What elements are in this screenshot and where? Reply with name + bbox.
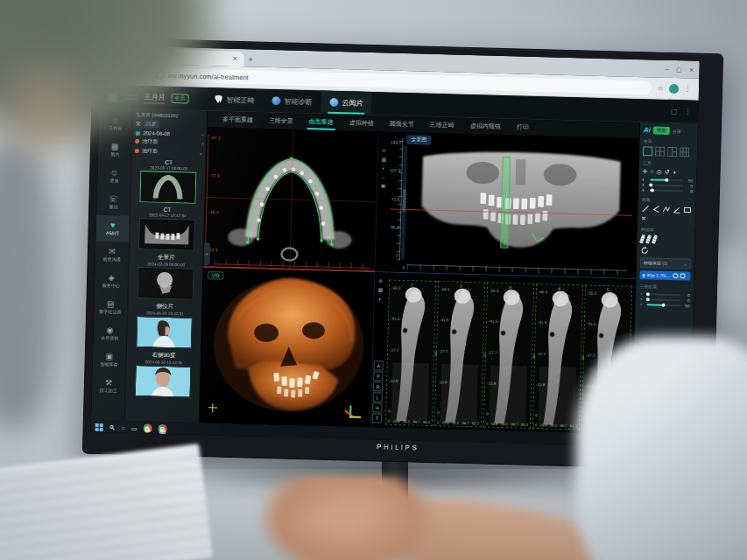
rotate-tool-icon[interactable]: ↺ bbox=[665, 169, 670, 175]
more-icon[interactable]: ⋮ bbox=[684, 108, 691, 116]
view-tab[interactable]: 虚拟内窥镜 bbox=[462, 118, 509, 135]
sidebar-item[interactable]: ☏ 随访 bbox=[96, 189, 130, 216]
tab-cloud-viewer[interactable]: 云阅片 bbox=[321, 90, 372, 115]
share-link[interactable]: 分享 bbox=[673, 129, 681, 134]
new-tab-button[interactable]: + bbox=[248, 54, 253, 64]
visibility-icon[interactable] bbox=[673, 273, 678, 278]
grid-icon[interactable]: ▦ bbox=[377, 287, 383, 292]
contrast-icon[interactable]: ◐ bbox=[382, 165, 385, 171]
cross-slice[interactable]: 4 9 -55.3 -41.5 -27.7 -13.8 0 bbox=[532, 284, 583, 430]
contrast-icon[interactable]: ◐ bbox=[378, 296, 382, 301]
measure-polyline-icon[interactable] bbox=[662, 206, 670, 214]
implant-list-item[interactable]: ▮ 3Gp 1.75L… bbox=[639, 270, 690, 281]
sidebar-item[interactable]: ▣ 智能库存 bbox=[92, 346, 126, 374]
study-item-pano-film[interactable]: 全景片 2024-02-29 00:00:00 bbox=[131, 253, 201, 300]
start-button[interactable] bbox=[95, 423, 103, 430]
orientation-button[interactable]: R bbox=[373, 382, 383, 391]
circle-tool-icon[interactable]: ○ bbox=[650, 168, 653, 174]
orientation-button[interactable]: T bbox=[372, 413, 382, 423]
volume-render-view[interactable]: VR bbox=[200, 268, 376, 427]
bookmark-icon[interactable]: ☆ bbox=[658, 84, 664, 92]
view-tab[interactable]: 三维全景 bbox=[261, 113, 301, 130]
crosshair-tool-icon[interactable]: ✛ bbox=[642, 168, 647, 174]
sidebar-item[interactable]: ⚒ 技工加工 bbox=[92, 373, 126, 400]
view-tab[interactable]: 打印 bbox=[509, 119, 537, 136]
minimize-icon[interactable]: ─ bbox=[665, 66, 669, 74]
sidebar-item[interactable]: ☺ 患者 bbox=[97, 163, 131, 190]
sidebar-item[interactable]: ▤ 数字化运营 bbox=[94, 294, 128, 321]
layout-grid-icon[interactable] bbox=[680, 147, 689, 157]
layout-single-icon[interactable] bbox=[643, 146, 652, 156]
view-tab[interactable]: 三维正畸 bbox=[422, 117, 462, 134]
study-item-right90-photo[interactable]: 右侧90度 2024-06-20 13:42:35 bbox=[129, 351, 198, 398]
fullscreen-icon[interactable]: ▢ bbox=[671, 107, 678, 115]
study-thumbnail-frontal-photo[interactable] bbox=[135, 365, 192, 398]
maximize-icon[interactable]: ▢ bbox=[676, 66, 682, 74]
sidebar-item-icon: ☏ bbox=[109, 195, 118, 203]
orientation-button[interactable]: H bbox=[372, 402, 382, 412]
panorama-label[interactable]: 全景图 bbox=[406, 135, 431, 145]
view-tab[interactable]: 颞颌关节 bbox=[382, 116, 422, 132]
measure-angle-icon[interactable] bbox=[652, 205, 659, 213]
reset-rotation-icon[interactable] bbox=[640, 246, 649, 255]
study-item-lateral-photo[interactable]: 侧位片 2024-06-20 13:42:31 bbox=[130, 302, 199, 349]
sidebar-item-label: AI诊疗 bbox=[106, 230, 119, 236]
orientation-button[interactable]: L bbox=[373, 392, 383, 402]
cross-slice[interactable]: 2 6 -55.3 -41.5 -27.7 -13.8 0 bbox=[434, 281, 485, 427]
effect-slider[interactable]: ◔ 50 bbox=[638, 302, 689, 309]
diagnosis-icon bbox=[271, 96, 280, 105]
report-button[interactable]: 报告 bbox=[653, 126, 670, 134]
measure-line-icon[interactable] bbox=[641, 205, 649, 213]
sidebar-item[interactable]: ✉ 医患沟通 bbox=[95, 242, 129, 269]
cortana-icon[interactable]: ○ bbox=[122, 424, 125, 430]
clear-measures-icon[interactable]: ✕ bbox=[641, 215, 646, 222]
study-thumbnail-ceph[interactable] bbox=[137, 267, 194, 300]
orientation-button[interactable]: A bbox=[374, 360, 384, 370]
profile-avatar[interactable] bbox=[669, 83, 679, 93]
layers-icon[interactable]: ▣ bbox=[381, 183, 386, 188]
panel-collapse-handle[interactable]: ‹ bbox=[204, 242, 211, 265]
contrast-tool-icon[interactable]: ◑ bbox=[673, 169, 676, 175]
layout-split-icon[interactable] bbox=[667, 147, 677, 157]
pan-icon[interactable]: ↔ bbox=[381, 174, 386, 179]
measure-rect-icon[interactable] bbox=[683, 206, 691, 214]
implant-group-dropdown[interactable]: 种植体组 (1) ⌄ bbox=[640, 257, 691, 270]
monitor-brand-logo: PHILIPS bbox=[377, 443, 419, 452]
sidebar-item[interactable]: ♥ AI诊疗 bbox=[95, 215, 130, 242]
orientation-button[interactable]: P bbox=[373, 371, 383, 381]
study-item-ct-2022[interactable]: CT 2022-04-17 17:47:04 bbox=[132, 206, 201, 251]
sidebar-item-icon: ☺ bbox=[110, 169, 118, 177]
chrome-active-icon[interactable] bbox=[158, 424, 166, 433]
slider-value: 8 bbox=[685, 188, 693, 193]
zoom-tool-icon[interactable]: ◎ bbox=[657, 169, 662, 175]
adjustment-slider[interactable]: ◐ 8 bbox=[642, 187, 693, 194]
study-thumbnail-profile-photo[interactable] bbox=[136, 316, 193, 349]
layout-2x2-icon[interactable] bbox=[655, 147, 665, 157]
axial-view[interactable]: -97.2-72.9-48.4-24.3 bbox=[204, 128, 379, 272]
task-view-icon[interactable]: ▭ bbox=[131, 424, 137, 430]
chrome-icon[interactable] bbox=[143, 424, 152, 432]
view-tab[interactable]: 虚拟种植 bbox=[342, 115, 382, 131]
close-icon[interactable]: ✕ bbox=[689, 66, 694, 74]
study-thumbnail-panorama[interactable] bbox=[138, 218, 195, 251]
study-item-ct-2023[interactable]: CT 2023-08-17 00:00:00 bbox=[133, 158, 202, 204]
search-icon[interactable]: 🔍︎ bbox=[109, 424, 116, 430]
sidebar-item-label: 数字化运营 bbox=[99, 309, 121, 315]
browser-menu-icon[interactable]: ⋮ bbox=[684, 85, 691, 93]
tab-smart-diagnosis[interactable]: 智能诊断 bbox=[263, 89, 321, 114]
tool-sliders: ◐ 50 ◐ 0 ◐ bbox=[642, 177, 693, 194]
sidebar-item[interactable]: ◈ 服务中心 bbox=[95, 268, 129, 295]
sidebar-item[interactable]: ◉ 诊所营销 bbox=[93, 320, 127, 347]
grid-icon[interactable]: ▦ bbox=[381, 157, 386, 162]
crosshair-icon[interactable]: ✛ bbox=[382, 148, 386, 153]
measure-angle2-icon[interactable] bbox=[673, 206, 680, 214]
info-icon[interactable] bbox=[680, 273, 685, 278]
implant-icon[interactable] bbox=[652, 234, 658, 244]
panorama-view[interactable]: 全景图 ✛ ▦ ◐ ↔ ▣ 143.1107.371.635.80 bbox=[375, 132, 638, 279]
view-tab[interactable]: 曲面重建 bbox=[301, 114, 342, 130]
tab-close-icon[interactable]: ✕ bbox=[232, 55, 238, 63]
cross-slice[interactable]: 1 8 -55.3 -41.5 -27.7 -13.8 0 bbox=[385, 280, 436, 426]
pan-icon[interactable]: ✛ bbox=[378, 278, 383, 284]
cross-slice[interactable]: 3 8 -55.3 -41.5 -27.7 -13.8 0 bbox=[483, 283, 534, 429]
study-thumbnail-axial[interactable] bbox=[139, 171, 196, 204]
